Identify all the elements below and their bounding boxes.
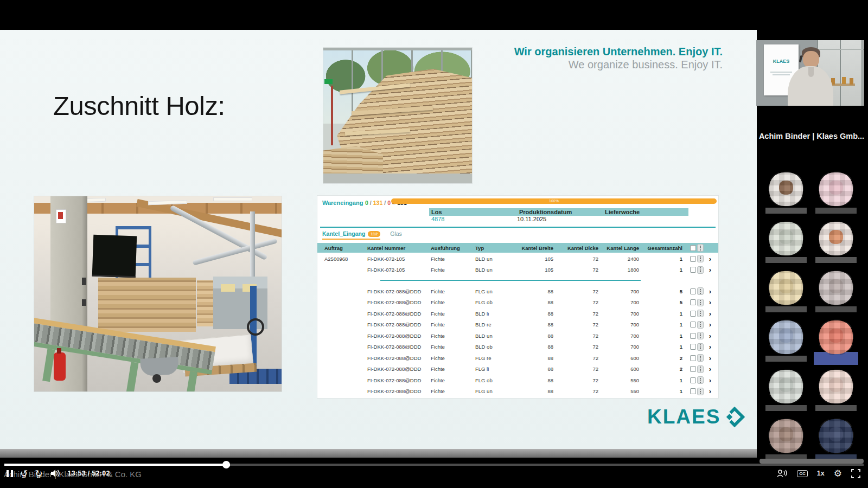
row-checkbox [690, 344, 696, 350]
captions-button[interactable]: CC [797, 470, 808, 477]
participant-avatar [769, 171, 803, 215]
cell-dicke: 72 [555, 355, 600, 361]
cell-breite: 88 [513, 388, 555, 394]
cell-typ: FLG un [475, 288, 513, 294]
cell-gesamtanzahl: 1 [641, 333, 684, 339]
cell-typ: BLD un [475, 333, 513, 339]
presenter-face [803, 51, 819, 68]
fire-extinguisher [54, 352, 66, 381]
participant-avatar [819, 270, 853, 313]
cell-breite: 88 [513, 311, 555, 317]
progress-handle[interactable] [222, 461, 230, 468]
pause-button[interactable] [7, 470, 13, 477]
row-controls [684, 266, 705, 274]
cell-dicke: 72 [555, 388, 600, 394]
cell-gesamtanzahl: 1 [641, 377, 684, 383]
avatar-blurred-face [769, 419, 803, 453]
header-checkbox [690, 245, 696, 251]
row-checkbox [690, 333, 696, 339]
row-kebab-icon [697, 365, 704, 373]
table-row: FI-DKK-072-088@DDDFichteFLG li88726002› [317, 364, 718, 375]
table-row: A2500968FI-DKK-072-105FichteBLD un105722… [317, 253, 718, 265]
avatar-blurred-face [819, 271, 853, 305]
cell-typ: BLD un [475, 267, 513, 273]
counter-segment: / [370, 200, 372, 206]
time-display: 13:53 / 52:02 [68, 470, 110, 477]
participant-avatar [769, 418, 803, 461]
counter-segment: 131 [373, 200, 383, 206]
settings-gear-icon[interactable]: ⚙ [834, 469, 842, 478]
row-controls [684, 287, 705, 295]
cell-breite: 88 [513, 355, 555, 361]
cell-typ: FLG un [475, 388, 513, 394]
cell-breite: 88 [513, 366, 555, 372]
table-row: FI-DKK-072-088@DDDFichteFLG ob88725501› [317, 375, 718, 386]
audio-person-icon[interactable] [776, 469, 788, 478]
row-checkbox [690, 366, 696, 372]
row-chevron-icon: › [705, 387, 716, 395]
header-controls [684, 244, 705, 252]
avatar-blurred-face [819, 370, 853, 403]
row-controls [684, 343, 705, 351]
row-kebab-icon [697, 343, 704, 351]
row-controls [684, 332, 705, 339]
cell-laenge: 550 [600, 388, 641, 394]
column-header: Kantel Nummer [367, 245, 431, 251]
avatar-blurred-face [769, 370, 803, 403]
table-body: A2500968FI-DKK-072-105FichteBLD un105722… [317, 253, 718, 397]
cell-dicke: 72 [555, 333, 600, 339]
avatar-blurred-face [819, 419, 853, 453]
table-row: FI-DKK-072-088@DDDFichteFLG un88725501› [317, 386, 718, 397]
cell-kantel-nummer: FI-DKK-072-088@DDD [367, 355, 431, 361]
cell-laenge: 600 [600, 355, 641, 361]
wood-trolleys [98, 278, 196, 332]
forward-10-button[interactable]: ↻10 [35, 469, 42, 478]
erp-screenshot: Wareneingang 0/131/0=131 100% Los Produk… [317, 195, 719, 399]
cell-laenge: 600 [600, 366, 641, 372]
playback-speed-button[interactable]: 1x [817, 470, 825, 477]
row-controls [684, 255, 705, 262]
cell-gesamtanzahl: 1 [641, 256, 684, 262]
volume-icon[interactable] [50, 469, 61, 478]
window-bottom-edge [0, 449, 757, 458]
fullscreen-icon[interactable] [851, 469, 860, 478]
presenter-webcam: KLAES [756, 40, 864, 106]
progress-track[interactable] [4, 464, 864, 466]
avatar-shoulders [815, 405, 857, 411]
klaes-diamond-icon [724, 407, 745, 427]
cell-auftrag: A2500968 [324, 256, 367, 262]
row-kebab-icon [697, 321, 704, 329]
cell-gesamtanzahl: 1 [641, 344, 684, 350]
rewind-10-button[interactable]: ↺10 [20, 469, 28, 478]
presenter-name: Achim Binder | Klaes Gmb... [757, 132, 866, 140]
cell-kantel-nummer: FI-DKK-072-088@DDD [367, 311, 431, 317]
column-header: Gesamtanzahl [641, 245, 684, 251]
column-header: Ausführung [431, 245, 475, 251]
cell-dicke: 72 [555, 311, 600, 317]
row-controls [684, 299, 705, 306]
production-date: 10.11.2025 [517, 216, 546, 222]
cell-dicke: 72 [555, 322, 600, 328]
counter-segment: 0 [365, 200, 368, 206]
tab-bar: Kantel_Eingang 112 Glas [322, 230, 402, 240]
avatar-blurred-face [769, 222, 803, 255]
cell-kantel-nummer: FI-DKK-072-088@DDD [367, 288, 431, 294]
cell-dicke: 72 [555, 366, 600, 372]
cell-typ: FLG li [475, 366, 513, 372]
participant-avatar [769, 369, 803, 412]
row-kebab-icon [697, 332, 704, 339]
avatar-shoulders [765, 306, 807, 312]
participant-avatar [819, 221, 853, 264]
klaes-logo-text: KLAES [647, 406, 720, 428]
sidebar-scrollbar[interactable] [760, 459, 864, 464]
cell-ausfuehrung: Fichte [431, 267, 475, 273]
cell-gesamtanzahl: 2 [641, 355, 684, 361]
avatar-blurred-face [769, 172, 803, 206]
presentation-slide: Zuschnitt Holz: Wir organisieren Unterne… [0, 30, 757, 449]
cell-ausfuehrung: Fichte [431, 299, 475, 305]
participant-avatar [769, 319, 803, 363]
cell-breite: 88 [513, 299, 555, 305]
cell-kantel-nummer: FI-DKK-072-088@DDD [367, 388, 431, 394]
row-kebab-icon [697, 266, 704, 274]
cell-gesamtanzahl: 5 [641, 288, 684, 294]
